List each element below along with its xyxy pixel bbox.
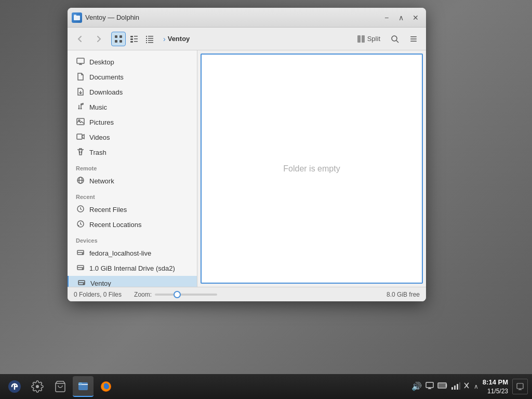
sidebar-item-recent-files[interactable]: Recent Files bbox=[68, 202, 197, 217]
forward-button[interactable] bbox=[90, 31, 107, 47]
svg-rect-9 bbox=[134, 38, 138, 39]
svg-rect-3 bbox=[119, 35, 122, 38]
free-space: 8.0 GiB free bbox=[387, 291, 420, 298]
taskbar-fedora-icon[interactable] bbox=[4, 376, 25, 397]
svg-line-23 bbox=[396, 41, 398, 43]
main-content: Desktop Documents bbox=[68, 50, 426, 287]
dolphin-window: Ventoy — Dolphin − ∧ ✕ bbox=[68, 8, 426, 301]
svg-rect-15 bbox=[148, 38, 153, 39]
expand-tray-icon[interactable]: ∧ bbox=[474, 383, 478, 390]
sidebar-label-videos: Videos bbox=[89, 134, 110, 141]
sidebar-item-music[interactable]: Music bbox=[68, 100, 197, 115]
grid-view-button[interactable] bbox=[111, 32, 126, 46]
svg-rect-25 bbox=[410, 38, 417, 39]
sidebar-item-documents[interactable]: Documents bbox=[68, 70, 197, 85]
sidebar-label-fedora: fedora_localhost-live bbox=[89, 249, 151, 257]
display-tray-icon[interactable] bbox=[425, 381, 434, 392]
sidebar-item-downloads[interactable]: Downloads bbox=[68, 85, 197, 100]
svg-rect-17 bbox=[148, 40, 153, 41]
taskbar-store-icon[interactable] bbox=[50, 376, 71, 397]
breadcrumb: › Ventoy bbox=[163, 35, 351, 43]
svg-rect-0 bbox=[74, 16, 80, 20]
sidebar-label-downloads: Downloads bbox=[89, 88, 123, 96]
sidebar-item-trash[interactable]: Trash bbox=[68, 145, 197, 160]
clock[interactable]: 8:14 PM 11/5/23 bbox=[483, 378, 508, 396]
taskbar-files-icon[interactable] bbox=[73, 376, 94, 397]
svg-rect-1 bbox=[74, 15, 76, 16]
sidebar-item-videos[interactable]: Videos bbox=[68, 130, 197, 145]
minimize-button[interactable]: − bbox=[380, 11, 393, 24]
back-button[interactable] bbox=[72, 31, 88, 47]
svg-rect-63 bbox=[438, 383, 445, 387]
svg-rect-66 bbox=[457, 384, 458, 390]
svg-rect-34 bbox=[77, 134, 82, 139]
sidebar-label-trash: Trash bbox=[89, 149, 107, 156]
svg-rect-59 bbox=[426, 382, 433, 388]
sidebar-item-fedora[interactable]: fedora_localhost-live bbox=[68, 246, 197, 261]
maximize-button[interactable]: ∧ bbox=[395, 11, 407, 24]
svg-rect-20 bbox=[357, 35, 361, 43]
network-tray-icon[interactable] bbox=[451, 381, 460, 392]
downloads-icon bbox=[76, 87, 85, 97]
recent-locations-icon bbox=[76, 220, 85, 230]
menu-button[interactable] bbox=[405, 31, 422, 47]
taskbar-firefox-icon[interactable] bbox=[96, 376, 116, 397]
svg-rect-57 bbox=[78, 382, 82, 384]
svg-rect-67 bbox=[459, 382, 460, 390]
sidebar-label-pictures: Pictures bbox=[89, 118, 114, 126]
taskbar-left bbox=[4, 376, 116, 397]
music-icon bbox=[76, 102, 85, 112]
svg-rect-14 bbox=[146, 38, 147, 39]
split-button[interactable]: Split bbox=[353, 33, 384, 45]
sidebar-label-recent-locations: Recent Locations bbox=[89, 221, 141, 229]
sidebar-item-pictures[interactable]: Pictures bbox=[68, 115, 197, 130]
remote-section-label: Remote bbox=[68, 160, 197, 174]
zoom-thumb[interactable] bbox=[174, 291, 181, 298]
sidebar-item-internal-drive[interactable]: 1.0 GiB Internal Drive (sda2) bbox=[68, 261, 197, 276]
bluetooth-tray-icon[interactable] bbox=[463, 381, 471, 392]
taskbar-settings-icon[interactable] bbox=[27, 376, 48, 397]
window-controls: − ∧ ✕ bbox=[380, 11, 422, 24]
network-icon bbox=[76, 176, 85, 186]
documents-icon bbox=[76, 72, 85, 82]
system-tray: 🔊 bbox=[411, 381, 478, 392]
breadcrumb-location[interactable]: Ventoy bbox=[168, 35, 190, 43]
svg-point-50 bbox=[83, 284, 84, 285]
svg-rect-18 bbox=[146, 42, 147, 43]
sidebar-item-ventoy[interactable]: Ventoy bbox=[68, 276, 197, 287]
svg-rect-12 bbox=[146, 36, 147, 37]
svg-rect-68 bbox=[517, 383, 523, 389]
svg-rect-7 bbox=[134, 36, 138, 37]
svg-rect-8 bbox=[130, 38, 133, 40]
trash-icon bbox=[76, 148, 85, 157]
svg-rect-6 bbox=[130, 36, 133, 37]
svg-rect-11 bbox=[134, 41, 138, 42]
desktop: Ventoy — Dolphin − ∧ ✕ bbox=[0, 0, 532, 399]
sidebar-item-desktop[interactable]: Desktop bbox=[68, 55, 197, 70]
pictures-icon bbox=[76, 117, 85, 127]
audio-tray-icon[interactable]: 🔊 bbox=[411, 381, 422, 391]
compact-view-button[interactable] bbox=[127, 32, 141, 46]
titlebar-left: Ventoy — Dolphin bbox=[72, 12, 139, 23]
sidebar-item-network[interactable]: Network bbox=[68, 174, 197, 189]
titlebar: Ventoy — Dolphin − ∧ ✕ bbox=[68, 8, 426, 28]
sidebar-label-ventoy: Ventoy bbox=[90, 280, 111, 287]
svg-point-47 bbox=[82, 269, 83, 270]
sidebar-label-music: Music bbox=[89, 103, 107, 111]
close-button[interactable]: ✕ bbox=[409, 11, 422, 24]
taskbar-right: 🔊 bbox=[411, 378, 528, 396]
devices-section-label: Devices bbox=[68, 232, 197, 246]
search-button[interactable] bbox=[387, 31, 403, 47]
svg-rect-16 bbox=[146, 40, 147, 41]
svg-rect-65 bbox=[454, 385, 456, 390]
sidebar-item-recent-locations[interactable]: Recent Locations bbox=[68, 217, 197, 232]
svg-rect-2 bbox=[115, 35, 117, 38]
svg-point-44 bbox=[82, 254, 83, 255]
svg-rect-10 bbox=[130, 41, 133, 43]
zoom-control: Zoom: bbox=[134, 291, 217, 298]
svg-point-31 bbox=[81, 108, 82, 110]
zoom-slider[interactable] bbox=[155, 294, 217, 296]
detail-view-button[interactable] bbox=[142, 32, 157, 46]
battery-tray-icon[interactable] bbox=[437, 382, 448, 391]
show-desktop-button[interactable] bbox=[512, 379, 528, 394]
